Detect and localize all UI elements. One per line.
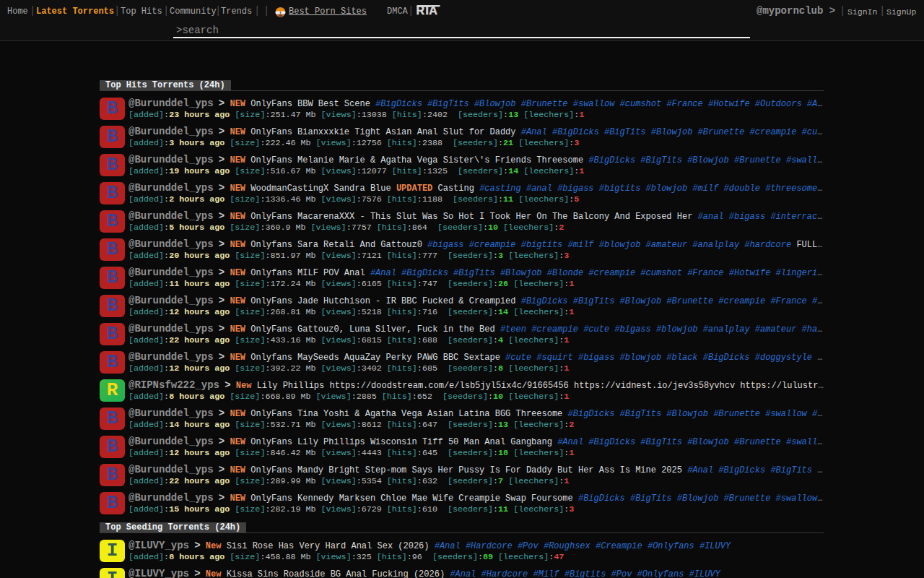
svg-text:RTA: RTA [417, 5, 437, 15]
